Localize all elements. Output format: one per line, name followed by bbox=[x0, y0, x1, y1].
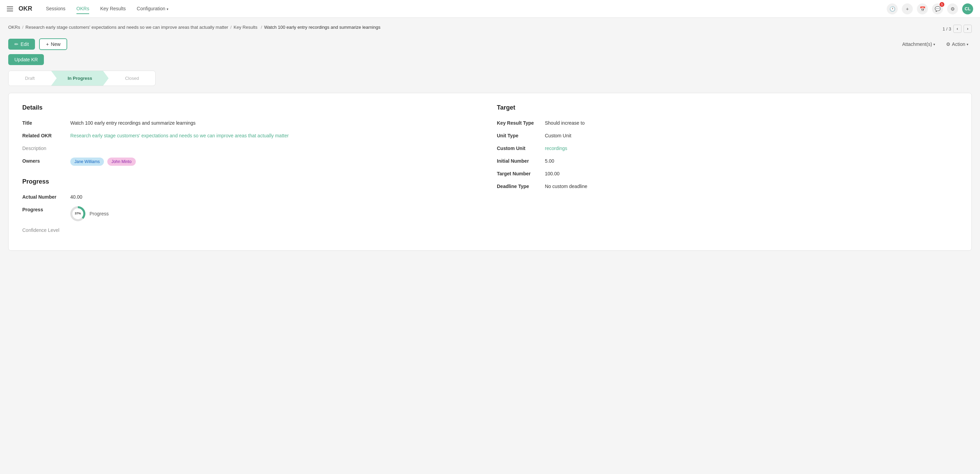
field-value-unit-type: Custom Unit bbox=[545, 132, 958, 140]
field-title: Title Watch 100 early entry recordings a… bbox=[22, 119, 483, 127]
field-label-owners: Owners bbox=[22, 157, 70, 167]
field-value-initial-number: 5.00 bbox=[545, 157, 958, 165]
breadcrumb-current: Watch 100 early entry recordings and sum… bbox=[264, 25, 380, 30]
action-bar: ✏ Edit + New Attachment(s) ▾ ⚙ Action ▾ bbox=[8, 38, 972, 50]
nav-sessions[interactable]: Sessions bbox=[46, 4, 65, 14]
action-bar-right: Attachment(s) ▾ ⚙ Action ▾ bbox=[899, 40, 972, 49]
field-label-initial-number: Initial Number bbox=[497, 157, 545, 165]
nav-key-results[interactable]: Key Results bbox=[100, 4, 126, 14]
field-label-deadline-type: Deadline Type bbox=[497, 183, 545, 190]
plus-new-icon: + bbox=[46, 41, 49, 47]
messages-badge: 5 bbox=[940, 2, 944, 7]
field-label-title: Title bbox=[22, 119, 70, 127]
field-value-related-okr[interactable]: Research early stage customers' expectat… bbox=[70, 132, 483, 140]
field-label-description: Description bbox=[22, 145, 70, 152]
messages-icon[interactable]: 💬 5 bbox=[932, 3, 943, 14]
attachments-button[interactable]: Attachment(s) ▾ bbox=[899, 40, 939, 49]
field-label-related-okr: Related OKR bbox=[22, 132, 70, 140]
nav-right: 🕐 + 📅 💬 5 ⚙ CL bbox=[887, 3, 973, 14]
target-section: Target Key Result Type Should increase t… bbox=[497, 104, 958, 239]
target-title: Target bbox=[497, 104, 958, 111]
calendar-icon[interactable]: 📅 bbox=[917, 3, 928, 14]
progress-circle-container: 37% Progress bbox=[70, 206, 483, 221]
owner-tag-john: John Minto bbox=[107, 157, 136, 166]
field-value-target-number: 100.00 bbox=[545, 170, 958, 178]
field-label-kr-type: Key Result Type bbox=[497, 119, 545, 127]
field-label-target-number: Target Number bbox=[497, 170, 545, 178]
breadcrumb-okr-title[interactable]: Research early stage customers' expectat… bbox=[25, 25, 228, 30]
progress-percent: 37% bbox=[72, 208, 83, 219]
menu-icon[interactable] bbox=[7, 6, 13, 11]
progress-circle: 37% bbox=[70, 206, 85, 221]
clock-icon[interactable]: 🕐 bbox=[887, 3, 898, 14]
field-value-kr-type: Should increase to bbox=[545, 119, 958, 127]
field-deadline-type: Deadline Type No custom deadline bbox=[497, 183, 958, 190]
field-label-actual-number: Actual Number bbox=[22, 193, 70, 201]
top-navigation: OKR Sessions OKRs Key Results Configurat… bbox=[0, 0, 980, 18]
step-draft[interactable]: Draft bbox=[9, 71, 51, 86]
nav-okrs[interactable]: OKRs bbox=[76, 4, 89, 14]
breadcrumb: OKRs / Research early stage customers' e… bbox=[8, 25, 380, 30]
field-custom-unit: Custom Unit recordings bbox=[497, 145, 958, 152]
details-section: Details Title Watch 100 early entry reco… bbox=[22, 104, 483, 239]
status-stepper: Draft In Progress Closed bbox=[8, 71, 156, 86]
app-logo: OKR bbox=[19, 5, 32, 12]
field-label-progress: Progress bbox=[22, 206, 70, 221]
field-value-custom-unit[interactable]: recordings bbox=[545, 145, 958, 152]
field-value-title: Watch 100 early entry recordings and sum… bbox=[70, 119, 483, 127]
edit-button[interactable]: ✏ Edit bbox=[8, 39, 35, 50]
action-button[interactable]: ⚙ Action ▾ bbox=[943, 40, 972, 49]
step-in-progress[interactable]: In Progress bbox=[51, 71, 109, 86]
owner-tag-jane: Jane Williams bbox=[70, 157, 104, 166]
main-content: OKRs / Research early stage customers' e… bbox=[0, 18, 980, 258]
progress-title: Progress bbox=[22, 178, 483, 185]
field-unit-type: Unit Type Custom Unit bbox=[497, 132, 958, 140]
details-card: Details Title Watch 100 early entry reco… bbox=[8, 93, 972, 251]
plus-icon[interactable]: + bbox=[902, 3, 913, 14]
nav-configuration[interactable]: Configuration ▾ bbox=[137, 4, 169, 14]
details-grid: Details Title Watch 100 early entry reco… bbox=[22, 104, 958, 239]
prev-page-button[interactable]: ‹ bbox=[953, 25, 961, 33]
field-description: Description bbox=[22, 145, 483, 152]
step-closed[interactable]: Closed bbox=[109, 71, 155, 86]
nav-links: Sessions OKRs Key Results Configuration … bbox=[46, 4, 887, 14]
chevron-down-icon: ▾ bbox=[167, 7, 169, 11]
update-kr-button[interactable]: Update KR bbox=[8, 54, 44, 65]
breadcrumb-key-results[interactable]: Key Results bbox=[234, 25, 257, 30]
settings-icon[interactable]: ⚙ bbox=[947, 3, 958, 14]
edit-icon: ✏ bbox=[14, 41, 19, 47]
field-progress: Progress 37% Progress bbox=[22, 206, 483, 221]
field-label-confidence: Confidence Level bbox=[22, 227, 70, 234]
progress-section: Progress Actual Number 40.00 Progress 37… bbox=[22, 178, 483, 234]
gear-icon: ⚙ bbox=[946, 41, 950, 47]
new-button[interactable]: + New bbox=[39, 38, 67, 50]
progress-sub-label: Progress bbox=[89, 210, 109, 217]
field-value-progress: 37% Progress bbox=[70, 206, 483, 221]
field-value-actual-number: 40.00 bbox=[70, 193, 483, 201]
field-value-owners: Jane Williams John Minto bbox=[70, 157, 483, 167]
field-value-description bbox=[70, 145, 483, 152]
next-page-button[interactable]: › bbox=[964, 25, 972, 33]
field-confidence-level: Confidence Level bbox=[22, 227, 483, 234]
pagination-text: 1 / 3 bbox=[943, 26, 951, 32]
avatar[interactable]: CL bbox=[962, 3, 973, 14]
field-value-confidence bbox=[70, 227, 483, 234]
field-label-unit-type: Unit Type bbox=[497, 132, 545, 140]
field-key-result-type: Key Result Type Should increase to bbox=[497, 119, 958, 127]
details-title: Details bbox=[22, 104, 483, 111]
field-label-custom-unit: Custom Unit bbox=[497, 145, 545, 152]
attachments-chevron-icon: ▾ bbox=[933, 43, 935, 46]
action-chevron-icon: ▾ bbox=[967, 43, 968, 46]
pagination: 1 / 3 ‹ › bbox=[943, 25, 972, 33]
field-related-okr: Related OKR Research early stage custome… bbox=[22, 132, 483, 140]
field-initial-number: Initial Number 5.00 bbox=[497, 157, 958, 165]
field-target-number: Target Number 100.00 bbox=[497, 170, 958, 178]
breadcrumb-okrs[interactable]: OKRs bbox=[8, 25, 20, 30]
field-actual-number: Actual Number 40.00 bbox=[22, 193, 483, 201]
field-owners: Owners Jane Williams John Minto bbox=[22, 157, 483, 167]
field-value-deadline-type: No custom deadline bbox=[545, 183, 958, 190]
